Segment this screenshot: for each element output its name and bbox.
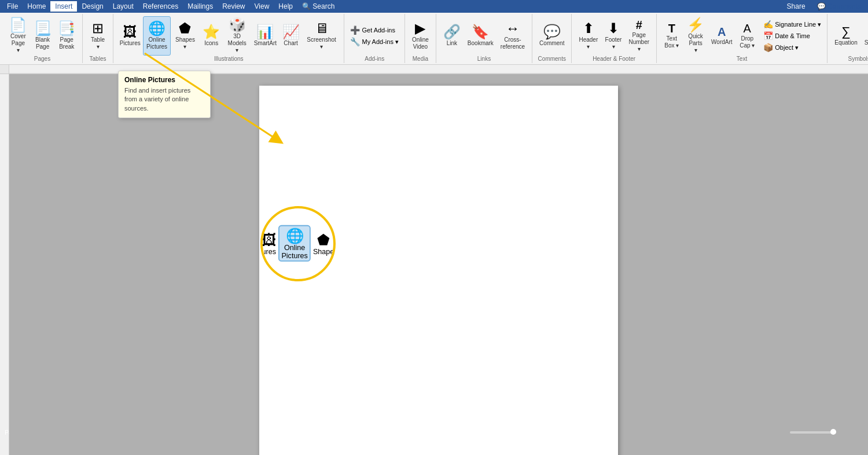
illustrations-group-label: Illustrations bbox=[214, 56, 244, 63]
drop-cap-button[interactable]: A DropCap ▾ bbox=[735, 16, 759, 56]
online-pictures-button[interactable]: 🌐 OnlinePictures bbox=[143, 16, 170, 56]
wordart-label: WordArt bbox=[711, 39, 733, 46]
icons-icon: ⭐ bbox=[203, 25, 220, 39]
tooltip-title: Online Pictures bbox=[124, 76, 204, 84]
smartart-button[interactable]: 📊 SmartArt bbox=[251, 16, 279, 56]
symbols-group-label: Symbols bbox=[848, 56, 869, 63]
canvas-area: 🖼 ures 🌐 OnlinePictures ⬟ Shape bbox=[9, 74, 868, 455]
cover-page-button[interactable]: 📄 CoverPage ▾ bbox=[6, 16, 31, 56]
zoom-annotation-circle: 🖼 ures 🌐 OnlinePictures ⬟ Shape bbox=[260, 206, 336, 281]
comment-button[interactable]: 💬 Comment bbox=[536, 16, 568, 56]
online-video-button[interactable]: ▶ OnlineVideo bbox=[409, 16, 432, 56]
text-box-button[interactable]: T TextBox ▾ bbox=[660, 16, 683, 56]
3d-models-label: 3DModels ▾ bbox=[226, 33, 248, 54]
ruler-corner bbox=[0, 65, 9, 74]
menu-search[interactable]: 🔍 Search bbox=[297, 1, 339, 12]
footer-button[interactable]: ⬇ Footer ▾ bbox=[601, 16, 626, 56]
menu-design[interactable]: Design bbox=[77, 1, 108, 12]
smartart-icon: 📊 bbox=[256, 25, 274, 39]
table-icon: ⊞ bbox=[92, 21, 104, 35]
ribbon-group-addins: ➕ Get Add-ins 🔧 My Add-ins ▾ Add-ins bbox=[344, 14, 404, 63]
icons-button[interactable]: ⭐ Icons bbox=[200, 16, 223, 56]
menu-view[interactable]: View bbox=[250, 1, 274, 12]
page-number-button[interactable]: # PageNumber ▾ bbox=[626, 16, 653, 56]
object-label: Object ▾ bbox=[775, 44, 799, 52]
page-break-label: PageBreak bbox=[59, 36, 74, 50]
page-number-label: PageNumber ▾ bbox=[629, 32, 650, 53]
quick-parts-button[interactable]: ⚡ QuickParts ▾ bbox=[683, 16, 708, 56]
comment-icon: 💬 bbox=[543, 25, 561, 39]
pictures-label: Pictures bbox=[120, 40, 141, 47]
menu-home[interactable]: Home bbox=[23, 1, 50, 12]
bookmark-icon: 🔖 bbox=[472, 25, 489, 39]
ribbon-group-header-footer: ⬆ Header ▾ ⬇ Footer ▾ # PageNumber ▾ Hea… bbox=[572, 14, 656, 63]
get-addins-label: Get Add-ins bbox=[362, 27, 395, 34]
header-icon: ⬆ bbox=[583, 21, 594, 35]
drop-cap-label: DropCap ▾ bbox=[740, 35, 755, 49]
my-addins-button[interactable]: 🔧 My Add-ins ▾ bbox=[348, 36, 400, 47]
menu-review[interactable]: Review bbox=[218, 1, 249, 12]
link-icon: 🔗 bbox=[443, 25, 461, 39]
comments-button[interactable]: 💬 Comments bbox=[817, 2, 861, 10]
shapes-button[interactable]: ⬟ Shapes ▾ bbox=[171, 16, 200, 56]
ribbon-group-symbols: ∑ Equation Ω Symbol Symbols bbox=[827, 14, 868, 63]
online-video-icon: ▶ bbox=[415, 21, 425, 35]
online-video-label: OnlineVideo bbox=[412, 36, 429, 50]
ribbon-group-tables: ⊞ Table ▾ Tables bbox=[83, 14, 113, 63]
blank-page-icon: 📃 bbox=[34, 21, 52, 35]
cross-reference-button[interactable]: ↔ Cross-reference bbox=[497, 16, 528, 56]
page-number-icon: # bbox=[636, 19, 642, 31]
signature-line-button[interactable]: ✍ Signature Line ▾ bbox=[761, 19, 823, 30]
table-button[interactable]: ⊞ Table ▾ bbox=[86, 16, 109, 56]
share-button[interactable]: Share bbox=[780, 0, 812, 13]
object-button[interactable]: 📦 Object ▾ bbox=[761, 42, 823, 53]
menu-help[interactable]: Help bbox=[274, 1, 297, 12]
screenshot-button[interactable]: 🖥 Screenshot ▾ bbox=[303, 16, 341, 56]
links-group-label: Links bbox=[477, 56, 491, 63]
text-box-icon: T bbox=[668, 23, 675, 34]
zoom-online-pictures: 🌐 OnlinePictures bbox=[278, 225, 311, 262]
blank-page-button[interactable]: 📃 BlankPage bbox=[31, 16, 55, 56]
get-addins-button[interactable]: ➕ Get Add-ins bbox=[348, 24, 400, 36]
pictures-button[interactable]: 🖼 Pictures bbox=[117, 16, 143, 56]
signature-line-label: Signature Line ▾ bbox=[775, 21, 821, 28]
ribbon-group-media: ▶ OnlineVideo Media bbox=[405, 14, 436, 63]
tooltip-description: Find and insert pictures from a variety … bbox=[124, 86, 204, 113]
chart-icon: 📈 bbox=[282, 25, 300, 39]
online-pictures-label: OnlinePictures bbox=[146, 36, 167, 50]
menu-references[interactable]: References bbox=[138, 1, 183, 12]
comments-group-label: Comments bbox=[538, 56, 566, 63]
shapes-icon: ⬟ bbox=[179, 21, 191, 35]
addins-group-label: Add-ins bbox=[365, 56, 384, 63]
zoom-circle-content: 🖼 ures 🌐 OnlinePictures ⬟ Shape bbox=[262, 225, 334, 262]
menu-mailings[interactable]: Mailings bbox=[183, 1, 218, 12]
wordart-button[interactable]: A WordArt bbox=[708, 16, 735, 56]
pictures-icon: 🖼 bbox=[123, 25, 137, 39]
header-button[interactable]: ⬆ Header ▾ bbox=[575, 16, 601, 56]
quick-parts-label: QuickParts ▾ bbox=[687, 33, 705, 54]
comment-label: Comment bbox=[539, 40, 564, 47]
cover-page-icon: 📄 bbox=[9, 18, 27, 32]
tables-group-label: Tables bbox=[90, 56, 106, 63]
3d-models-button[interactable]: 🎲 3DModels ▾ bbox=[223, 16, 251, 56]
link-button[interactable]: 🔗 Link bbox=[440, 16, 464, 56]
wordart-icon: A bbox=[718, 26, 726, 38]
bookmark-button[interactable]: 🔖 Bookmark bbox=[464, 16, 497, 56]
ribbon-group-comments: 💬 Comment Comments bbox=[532, 14, 572, 63]
menu-insert[interactable]: Insert bbox=[50, 1, 77, 12]
page-break-icon: 📑 bbox=[58, 21, 75, 35]
equation-button[interactable]: ∑ Equation bbox=[831, 16, 860, 56]
tooltip: Online Pictures Find and insert pictures… bbox=[118, 71, 211, 118]
cover-page-label: CoverPage ▾ bbox=[9, 33, 27, 54]
chart-button[interactable]: 📈 Chart bbox=[279, 16, 303, 56]
footer-icon: ⬇ bbox=[608, 21, 619, 35]
date-time-label: Date & Time bbox=[775, 32, 810, 39]
page-break-button[interactable]: 📑 PageBreak bbox=[54, 16, 79, 56]
date-time-button[interactable]: 📅 Date & Time bbox=[761, 30, 823, 42]
text-group-label: Text bbox=[737, 56, 747, 63]
footer-label: Footer ▾ bbox=[605, 36, 622, 50]
menu-layout[interactable]: Layout bbox=[108, 1, 138, 12]
menu-file[interactable]: File bbox=[2, 1, 23, 12]
symbol-button[interactable]: Ω Symbol bbox=[861, 16, 868, 56]
header-footer-group-label: Header & Footer bbox=[593, 56, 635, 63]
